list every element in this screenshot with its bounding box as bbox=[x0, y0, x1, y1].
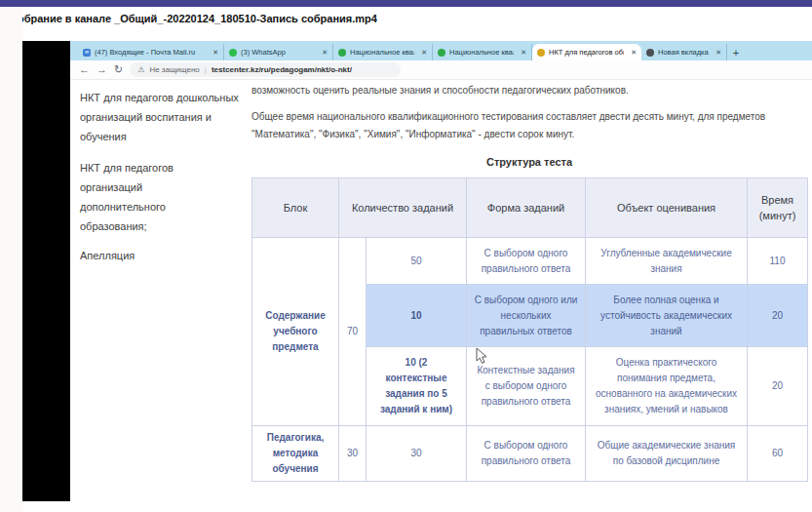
table-row: Содержание учебного предмета 70 50 С выб… bbox=[252, 238, 808, 285]
time-cell: 60 bbox=[748, 426, 808, 482]
whatsapp-favicon-icon bbox=[229, 49, 237, 57]
green-site-favicon-icon bbox=[438, 49, 445, 57]
tab-label: (47) Входящие - Почта Mail.ru bbox=[95, 48, 206, 57]
header-block: Блок bbox=[252, 178, 339, 238]
tab-label: (3) WhatsApp bbox=[241, 48, 315, 57]
sidebar-item-nkt-preschool[interactable]: НКТ для педагогов дошкольных организаций… bbox=[80, 88, 240, 146]
url-separator: | bbox=[205, 65, 207, 74]
tab-label: НКТ для педагогов общего сре… bbox=[549, 48, 624, 57]
mouse-cursor-icon bbox=[476, 347, 489, 365]
tab-national-qualification-2[interactable]: Национальное квалификацио… ✕ bbox=[433, 44, 532, 60]
object-cell: Оценка практического понимания предмета,… bbox=[586, 347, 748, 426]
intro-paragraph: возможность оценить реальные знания и сп… bbox=[251, 82, 807, 99]
form-cell: С выбором одного правильного ответа bbox=[467, 426, 586, 482]
video-frame: Собрание в канале _Общий_-20220124_18051… bbox=[0, 0, 812, 512]
sidebar-nav: НКТ для педагогов дошкольных организаций… bbox=[70, 80, 251, 512]
block-name-cell: Педагогика, методика обучения bbox=[252, 426, 339, 482]
tab-whatsapp[interactable]: (3) WhatsApp ✕ bbox=[224, 44, 333, 60]
time-cell: 20 bbox=[748, 285, 808, 347]
newtab-favicon-icon bbox=[646, 49, 654, 57]
count-cell: 10 (2 контекстные задания по 5 заданий к… bbox=[367, 347, 467, 426]
tab-national-qualification-1[interactable]: Национальное квалификацио… ✕ bbox=[333, 44, 433, 60]
count-cell: 50 bbox=[367, 238, 467, 285]
security-label: Не защищено bbox=[149, 65, 199, 74]
green-site-favicon-icon bbox=[338, 49, 346, 57]
form-cell: С выбором одного правильного ответа bbox=[467, 238, 586, 285]
block-name-cell: Содержание учебного предмета bbox=[252, 238, 339, 426]
table-header-row: Блок Количество заданий Форма заданий Об… bbox=[252, 178, 808, 238]
tab-close-icon[interactable]: ✕ bbox=[210, 49, 218, 57]
count-cell: 10 bbox=[367, 285, 467, 347]
tab-label: Новая вкладка bbox=[658, 48, 709, 57]
tab-label: Национальное квалификацио… bbox=[449, 48, 514, 57]
tab-close-icon[interactable]: ✕ bbox=[518, 49, 526, 57]
header-time-minutes: Время (минут) bbox=[748, 178, 808, 238]
not-secure-warning-icon: ⚠ bbox=[137, 65, 144, 74]
header-task-count: Количество заданий bbox=[339, 178, 467, 238]
url-field[interactable]: ⚠ Не защищено | testcenter.kz/ru/pedagog… bbox=[130, 62, 401, 77]
form-cell: С выбором одного или нескольких правильн… bbox=[467, 285, 586, 347]
tab-close-icon[interactable]: ✕ bbox=[713, 49, 721, 57]
window-accent-bar bbox=[0, 0, 812, 7]
time-cell: 20 bbox=[748, 347, 808, 426]
table-row: Педагогика, методика обучения 30 30 С вы… bbox=[252, 426, 808, 482]
new-tab-button[interactable]: + bbox=[727, 44, 745, 60]
video-title: Собрание в канале _Общий_-20220124_18051… bbox=[10, 13, 377, 24]
back-icon[interactable]: ← bbox=[79, 64, 90, 75]
tab-close-icon[interactable]: ✕ bbox=[418, 49, 427, 57]
testing-time-paragraph: Общее время национального квалификационн… bbox=[251, 108, 807, 143]
page-content: НКТ для педагогов дошкольных организаций… bbox=[70, 80, 812, 512]
tab-label: Национальное квалификацио… bbox=[350, 48, 414, 57]
video-letterbox-bar bbox=[22, 41, 70, 501]
count-cell: 30 bbox=[367, 426, 467, 482]
test-structure-table: Блок Количество заданий Форма заданий Об… bbox=[251, 177, 808, 482]
mail-favicon-icon: ✉ bbox=[83, 49, 91, 57]
reload-icon[interactable]: ↻ bbox=[114, 64, 123, 75]
object-cell: Углубленные академические знания bbox=[586, 238, 748, 285]
block-total-cell: 30 bbox=[339, 426, 367, 482]
table-title: Структура теста bbox=[251, 156, 807, 168]
forward-icon[interactable]: → bbox=[97, 64, 107, 75]
tab-new-tab[interactable]: Новая вкладка ✕ bbox=[641, 44, 727, 60]
time-cell: 110 bbox=[748, 238, 808, 285]
block-total-cell: 70 bbox=[339, 238, 367, 426]
browser-window: ✉ (47) Входящие - Почта Mail.ru ✕ (3) Wh… bbox=[70, 41, 812, 512]
tab-mail[interactable]: ✉ (47) Входящие - Почта Mail.ru ✕ bbox=[78, 44, 224, 60]
header-assessment-object: Объект оценивания bbox=[586, 178, 748, 238]
tab-close-icon[interactable]: ✕ bbox=[319, 49, 328, 57]
tab-nkt-pedagogues-active[interactable]: НКТ для педагогов общего сре… ✕ bbox=[532, 44, 641, 60]
left-margin bbox=[0, 7, 22, 512]
gold-site-favicon-icon bbox=[537, 49, 545, 57]
sidebar-item-appeal[interactable]: Апелляция bbox=[80, 246, 240, 265]
browser-address-bar: ← → ↻ ⚠ Не защищено | testcenter.kz/ru/p… bbox=[70, 60, 812, 80]
object-cell: Более полная оценка и устойчивость акаде… bbox=[586, 285, 748, 347]
sidebar-item-nkt-additional-education[interactable]: НКТ для педагогов организаций дополнител… bbox=[80, 158, 197, 236]
object-cell: Общие академические знания по базовой ди… bbox=[586, 426, 748, 482]
browser-tab-bar: ✉ (47) Входящие - Почта Mail.ru ✕ (3) Wh… bbox=[70, 41, 812, 60]
header-task-form: Форма заданий bbox=[467, 178, 586, 238]
article-body: возможность оценить реальные знания и сп… bbox=[251, 80, 807, 512]
page-url: testcenter.kz/ru/pedagogam/nkt/o-nkt/ bbox=[212, 65, 352, 74]
tab-close-icon[interactable]: ✕ bbox=[628, 49, 637, 57]
